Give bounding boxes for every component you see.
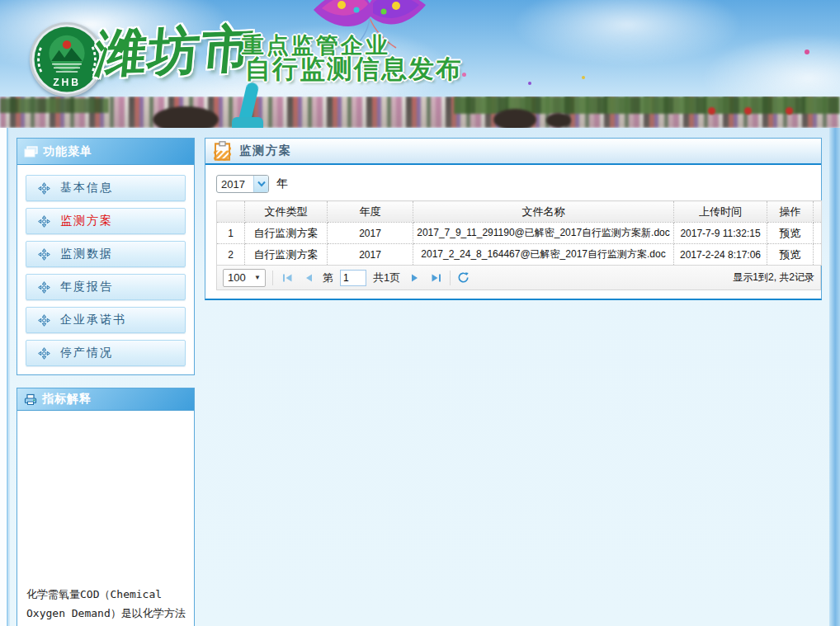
row-number: 2 xyxy=(217,244,245,266)
small-kite-dot xyxy=(528,82,531,85)
col-header-upload-time: 上传时间 xyxy=(674,201,767,223)
indicator-header: 指标解释 xyxy=(17,388,194,411)
year-select-value: 2017 xyxy=(217,176,253,192)
refresh-icon xyxy=(457,271,470,284)
year-select[interactable]: 2017 xyxy=(216,175,269,193)
pagination-summary: 显示1到2, 共2记录 xyxy=(733,271,814,285)
compass-arrow-icon xyxy=(38,182,50,195)
banner: ZHB 潍坊市 重点监管企业 自行监测信息发布 xyxy=(0,0,840,128)
cell-file-type: 自行监测方案 xyxy=(245,223,328,244)
sidebar-item-label: 停产情况 xyxy=(60,346,113,360)
next-page-button[interactable] xyxy=(407,270,422,286)
folder-icon xyxy=(24,146,38,158)
clipboard-icon xyxy=(214,141,231,161)
row-number: 1 xyxy=(217,223,245,244)
logo-zhb-text: ZHB xyxy=(53,77,81,88)
table-row: 1 自行监测方案 2017 2017_7_9_11_291190@已解密_201… xyxy=(217,223,822,244)
compass-arrow-icon xyxy=(38,347,50,360)
page-total-label: 共1页 xyxy=(373,271,400,285)
crowd-photo xyxy=(0,96,840,128)
cell-year: 2017 xyxy=(328,244,413,266)
pager-separator xyxy=(450,271,451,285)
compass-arrow-icon xyxy=(38,248,50,261)
indicator-text-line1: 化学需氧量COD（Chemical xyxy=(26,585,187,604)
umbrella-dot xyxy=(708,107,715,115)
main-panel: 监测方案 2017 年 文件类型 xyxy=(205,138,822,300)
compass-arrow-icon xyxy=(38,314,50,327)
col-header-action: 操作 xyxy=(767,201,814,223)
sidebar-item-monitoring-data[interactable]: 监测数据 xyxy=(26,241,186,267)
page-size-select[interactable]: 100 ▼ xyxy=(223,269,266,287)
cell-file-type: 自行监测方案 xyxy=(245,244,328,266)
sidebar-item-label: 监测数据 xyxy=(60,247,113,261)
indicator-title: 指标解释 xyxy=(42,392,92,407)
function-menu-body: 基本信息 监测方案 监测数据 年度报告 企业承诺书 停产情况 xyxy=(17,165,194,376)
site-title: 潍坊市 xyxy=(92,14,257,89)
first-page-button[interactable] xyxy=(280,270,295,286)
indicator-text-line2: Oxygen Demand）是以化学方法 xyxy=(26,604,187,623)
small-kite-dot xyxy=(805,49,809,54)
chevron-down-icon xyxy=(257,181,266,187)
function-menu-panel: 功能菜单 基本信息 监测方案 监测数据 年度报告 企业承诺书 xyxy=(17,138,195,375)
sidebar-item-label: 企业承诺书 xyxy=(60,313,126,327)
sidebar-item-label: 监测方案 xyxy=(60,214,113,228)
trees xyxy=(0,98,109,113)
col-header-year: 年度 xyxy=(328,201,413,223)
indicator-panel: 指标解释 化学需氧量COD（Chemical Oxygen Demand）是以化… xyxy=(17,388,195,626)
person-body xyxy=(232,117,263,128)
cell-upload-time: 2017-2-24 8:17:06 xyxy=(674,244,767,266)
page: ZHB 潍坊市 重点监管企业 自行监测信息发布 功能菜单 xyxy=(0,0,840,626)
umbrella-dot xyxy=(786,107,793,115)
page-frame-left xyxy=(0,128,8,626)
prev-page-button[interactable] xyxy=(301,270,316,286)
preview-link[interactable]: 预览 xyxy=(780,248,801,261)
page-size-value: 100 xyxy=(228,271,246,284)
page-prefix-label: 第 xyxy=(323,271,333,285)
crowd-head xyxy=(153,106,219,128)
indicator-body: 化学需氧量COD（Chemical Oxygen Demand）是以化学方法 xyxy=(17,411,194,626)
prev-page-icon xyxy=(304,273,314,283)
umbrella-dot xyxy=(744,107,752,115)
first-page-icon xyxy=(282,273,293,283)
cell-file-name: 2017_7_9_11_291190@已解密_2017自行监测方案新.doc xyxy=(413,223,674,244)
documents-table: 文件类型 年度 文件名称 上传时间 操作 1 自行监测方案 2017 2017_… xyxy=(216,200,822,266)
main-header: 监测方案 xyxy=(205,139,821,165)
col-header-rownum xyxy=(217,201,245,223)
small-kite-dot xyxy=(582,76,585,79)
cell-spacer xyxy=(814,223,822,244)
page-frame-right xyxy=(829,128,840,626)
last-page-icon xyxy=(431,273,441,283)
page-number-input[interactable] xyxy=(340,270,366,286)
table-row: 2 自行监测方案 2017 2017_2_24_8_164467@已解密_201… xyxy=(217,244,822,266)
indicator-scrolling-text: 化学需氧量COD（Chemical Oxygen Demand）是以化学方法 xyxy=(26,585,187,623)
sidebar-item-commitment-letter[interactable]: 企业承诺书 xyxy=(26,307,186,333)
sidebar-item-production-stoppage[interactable]: 停产情况 xyxy=(26,340,186,366)
next-page-icon xyxy=(409,273,420,283)
pager-separator xyxy=(272,271,273,285)
site-subtitle-line2: 自行监测信息发布 xyxy=(245,52,463,87)
refresh-button[interactable] xyxy=(457,271,470,284)
preview-link[interactable]: 预览 xyxy=(780,227,801,239)
cell-action: 预览 xyxy=(767,223,814,244)
cell-upload-time: 2017-7-9 11:32:15 xyxy=(674,223,767,244)
function-menu-header: 功能菜单 xyxy=(17,139,194,165)
last-page-button[interactable] xyxy=(428,270,443,286)
cell-year: 2017 xyxy=(328,223,413,244)
table-header-row: 文件类型 年度 文件名称 上传时间 操作 xyxy=(217,201,822,223)
sidebar-item-label: 基本信息 xyxy=(60,181,113,195)
crowd-head xyxy=(493,109,536,128)
year-filter-row: 2017 年 xyxy=(216,175,810,193)
sidebar-item-monitoring-plan[interactable]: 监测方案 xyxy=(26,208,186,234)
sidebar-item-basic-info[interactable]: 基本信息 xyxy=(26,175,186,201)
crowd-head xyxy=(546,113,571,128)
cell-action: 预览 xyxy=(767,244,814,266)
printer-icon xyxy=(24,393,37,406)
col-header-spacer xyxy=(814,201,822,223)
year-select-button[interactable] xyxy=(253,176,268,192)
main-body: 2017 年 文件类型 年度 文件名称 上传时 xyxy=(205,165,821,290)
col-header-file-type: 文件类型 xyxy=(245,201,328,223)
year-label: 年 xyxy=(276,177,288,191)
pagination-bar: 100 ▼ 第 共1页 xyxy=(216,266,821,290)
page-title: 监测方案 xyxy=(239,144,292,158)
sidebar-item-annual-report[interactable]: 年度报告 xyxy=(26,274,186,300)
